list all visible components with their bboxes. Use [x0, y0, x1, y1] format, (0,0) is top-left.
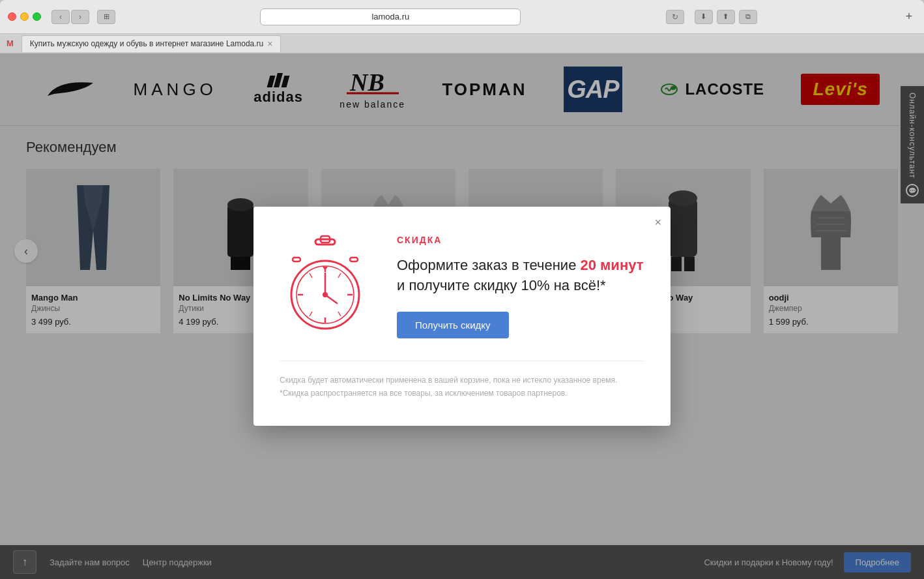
maximize-traffic-light[interactable] — [33, 12, 41, 21]
reload-button[interactable]: ↻ — [666, 10, 684, 24]
svg-rect-19 — [293, 258, 300, 261]
modal-body: СКИДКА Оформите заказ в течение 20 минут… — [280, 233, 644, 340]
modal-content: СКИДКА Оформите заказ в течение 20 минут… — [397, 235, 644, 338]
tab-bar: M Купить мужскую одежду и обувь в интерн… — [0, 34, 924, 53]
tab-close-button[interactable]: × — [267, 38, 272, 49]
modal-close-button[interactable]: × — [654, 216, 661, 230]
traffic-lights — [8, 12, 41, 21]
tab-overview-button[interactable]: ⊞ — [97, 10, 115, 24]
modal-title: Оформите заказ в течение 20 минут и полу… — [397, 256, 644, 296]
page-content: MANGO adidas NB new balance — [0, 53, 924, 579]
active-tab[interactable]: Купить мужскую одежду и обувь в интернет… — [22, 35, 282, 52]
minimize-traffic-light[interactable] — [20, 12, 29, 21]
tab-title: Купить мужскую одежду и обувь в интернет… — [30, 39, 263, 48]
gmail-icon: M — [7, 38, 14, 48]
svg-marker-34 — [323, 267, 328, 271]
get-discount-button[interactable]: Получить скидку — [397, 312, 509, 338]
browser-titlebar: ‹ › ⊞ lamoda.ru ↻ ⬇ ⬆ ⧉ + — [0, 0, 924, 34]
download-button[interactable]: ⬇ — [695, 10, 713, 24]
url-text: lamoda.ru — [371, 12, 409, 22]
modal-overlay[interactable]: × — [0, 53, 924, 579]
stopwatch-icon — [280, 233, 371, 340]
new-tab-button[interactable]: + — [902, 10, 916, 24]
nav-buttons: ‹ › — [51, 10, 89, 24]
browser-actions: ⬇ ⬆ ⧉ — [695, 10, 757, 24]
svg-line-30 — [338, 312, 341, 316]
modal-footnote1: Скидка будет автоматически применена в в… — [280, 374, 644, 387]
browser-window: ‹ › ⊞ lamoda.ru ↻ ⬇ ⬆ ⧉ + M Купить мужск… — [0, 0, 924, 579]
back-button[interactable]: ‹ — [51, 10, 70, 24]
svg-point-33 — [323, 292, 328, 297]
svg-line-27 — [310, 273, 312, 278]
modal-title-part2: и получите скидку 10% на всё!* — [397, 277, 606, 293]
svg-line-28 — [338, 273, 341, 278]
modal-tag: СКИДКА — [397, 235, 644, 245]
discount-modal: × — [253, 207, 671, 425]
svg-rect-20 — [350, 258, 358, 261]
close-traffic-light[interactable] — [8, 12, 16, 21]
svg-line-29 — [310, 312, 312, 316]
modal-footer: Скидка будет автоматически применена в в… — [280, 361, 644, 399]
fullscreen-button[interactable]: ⧉ — [739, 10, 757, 24]
share-button[interactable]: ⬆ — [717, 10, 735, 24]
modal-title-part1: Оформите заказ в течение — [397, 257, 581, 273]
modal-title-highlight: 20 минут — [581, 257, 644, 273]
forward-button[interactable]: › — [71, 10, 89, 24]
address-bar[interactable]: lamoda.ru — [260, 8, 521, 25]
modal-footnote2: *Скидка распространяется на все товары, … — [280, 387, 644, 400]
